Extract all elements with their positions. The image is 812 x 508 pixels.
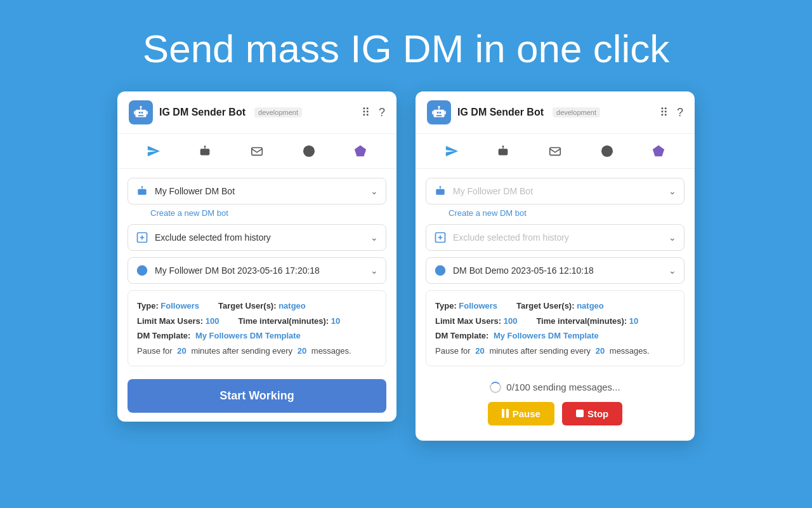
app-logo-right (427, 100, 451, 124)
help-icon-right[interactable]: ? (677, 106, 683, 119)
nav-diamond-left[interactable] (346, 139, 375, 163)
nav-history-left[interactable] (294, 139, 324, 163)
info-box-left: Type: Followers Target User(s): natgeo L… (128, 290, 386, 366)
nav-send-left[interactable] (139, 139, 168, 163)
grid-icon-right[interactable]: ⠿ (660, 105, 668, 119)
nav-mail-right[interactable] (540, 139, 570, 163)
bot-dropdown-left[interactable]: My Follower DM Bot ⌄ (128, 178, 386, 204)
exclude-dropdown-icon-right (434, 231, 447, 244)
pause-messages-right: 20 (596, 346, 605, 356)
exclude-dropdown-right[interactable]: Exclude selected from history ⌄ (426, 224, 684, 251)
history-dropdown-chevron-left: ⌄ (370, 265, 378, 276)
svg-rect-1 (139, 112, 141, 114)
pause-text-right: Pause for (435, 346, 471, 356)
panel-left-body: My Follower DM Bot ⌄ Create a new DM bot… (117, 169, 396, 422)
limit-label-left: Limit Max Users: (137, 316, 203, 326)
nav-diamond-right[interactable] (644, 139, 673, 163)
svg-rect-31 (432, 111, 433, 114)
stop-icon (576, 410, 584, 417)
pause-after-left: minutes after sending every (191, 346, 292, 356)
start-button-left[interactable]: Start Working (128, 379, 386, 413)
sending-status-text: 0/100 sending messages... (506, 382, 620, 392)
svg-point-9 (202, 150, 204, 152)
control-buttons-right: Pause Stop (426, 402, 684, 432)
svg-point-47 (440, 186, 442, 188)
svg-point-22 (141, 186, 143, 188)
create-link-left[interactable]: Create a new DM bot (150, 208, 386, 218)
help-icon-left[interactable]: ? (379, 106, 385, 119)
robot-icon-right (431, 104, 447, 121)
exclude-dropdown-chevron-left: ⌄ (370, 232, 378, 243)
create-link-right[interactable]: Create a new DM bot (449, 208, 684, 218)
bot-dropdown-icon-right (434, 185, 447, 197)
hero-title: Send mass IG DM in one click (143, 25, 669, 72)
svg-point-5 (140, 106, 141, 108)
svg-rect-45 (439, 194, 442, 194)
history-dropdown-icon-right (434, 264, 447, 277)
svg-point-30 (438, 106, 440, 108)
panel-left-title: IG DM Sender Bot (159, 107, 246, 118)
svg-rect-2 (141, 112, 143, 114)
target-label-left: Target User(s): (218, 301, 277, 311)
svg-rect-36 (502, 154, 506, 154)
panel-left-header-icons: ⠿ ? (362, 105, 385, 119)
nav-mail-left[interactable] (242, 139, 272, 163)
svg-rect-28 (436, 116, 442, 117)
svg-point-44 (441, 190, 443, 192)
svg-rect-11 (204, 154, 207, 154)
target-value-right: natgeo (577, 301, 604, 311)
nav-bot-left[interactable] (190, 139, 219, 163)
bot-dropdown-chevron-right: ⌄ (669, 186, 676, 196)
template-label-left: DM Template: (137, 331, 190, 340)
interval-value-left: 10 (331, 316, 340, 326)
svg-point-10 (206, 150, 208, 152)
stop-button-label: Stop (587, 408, 608, 419)
svg-point-35 (504, 150, 506, 152)
svg-rect-32 (445, 111, 446, 114)
exclude-dropdown-left[interactable]: Exclude selected from history ⌄ (128, 224, 386, 251)
panel-right: IG DM Sender Bot development ⠿ ? (416, 91, 695, 441)
bot-dropdown-value-left: My Follower DM Bot (155, 186, 364, 196)
app-logo-left (129, 100, 153, 124)
pause-minutes-left: 20 (177, 346, 186, 356)
svg-rect-6 (134, 111, 135, 114)
nav-bot-right[interactable] (488, 139, 518, 163)
grid-icon-left[interactable]: ⠿ (362, 105, 370, 119)
target-label-right: Target User(s): (516, 301, 575, 311)
nav-history-right[interactable] (593, 139, 622, 163)
svg-rect-7 (147, 111, 148, 114)
exclude-dropdown-chevron-right: ⌄ (669, 232, 676, 243)
stop-button-right[interactable]: Stop (562, 402, 622, 425)
interval-value-right: 10 (629, 316, 638, 326)
svg-rect-39 (550, 148, 561, 156)
pause-text-left: Pause for (137, 346, 173, 356)
panel-right-header-icons: ⠿ ? (660, 105, 683, 119)
svg-rect-20 (141, 194, 144, 194)
pause-icon (502, 409, 509, 418)
panel-left-nav (117, 134, 396, 169)
history-dropdown-left[interactable]: My Follower DM Bot 2023-05-16 17:20:18 ⌄ (128, 257, 386, 284)
panel-right-badge: development (553, 107, 600, 117)
svg-point-18 (140, 190, 141, 192)
nav-send-right[interactable] (437, 139, 466, 163)
bot-dropdown-right[interactable]: My Follower DM Bot ⌄ (426, 178, 684, 204)
svg-rect-26 (437, 112, 439, 114)
svg-rect-14 (252, 148, 263, 156)
pause-end-right: messages. (610, 346, 650, 356)
type-label-left: Type: (137, 301, 159, 311)
spinner-icon (490, 382, 501, 393)
panels-container: IG DM Sender Bot development ⠿ ? (117, 91, 695, 441)
interval-label-left: Time interval(minutes): (238, 316, 329, 326)
panel-right-title: IG DM Sender Bot (457, 107, 544, 118)
svg-marker-41 (653, 145, 664, 156)
bot-dropdown-placeholder-right: My Follower DM Bot (453, 186, 662, 196)
info-box-right: Type: Followers Target User(s): natgeo L… (426, 290, 684, 366)
panel-left-badge: development (254, 107, 302, 117)
pause-button-right[interactable]: Pause (488, 402, 554, 425)
panel-left-header: IG DM Sender Bot development ⠿ ? (117, 91, 396, 134)
panel-right-nav (416, 134, 695, 169)
svg-rect-27 (440, 112, 442, 114)
svg-point-19 (143, 190, 145, 192)
panel-left: IG DM Sender Bot development ⠿ ? (117, 91, 396, 422)
history-dropdown-right[interactable]: DM Bot Demo 2023-05-16 12:10:18 ⌄ (426, 257, 684, 284)
